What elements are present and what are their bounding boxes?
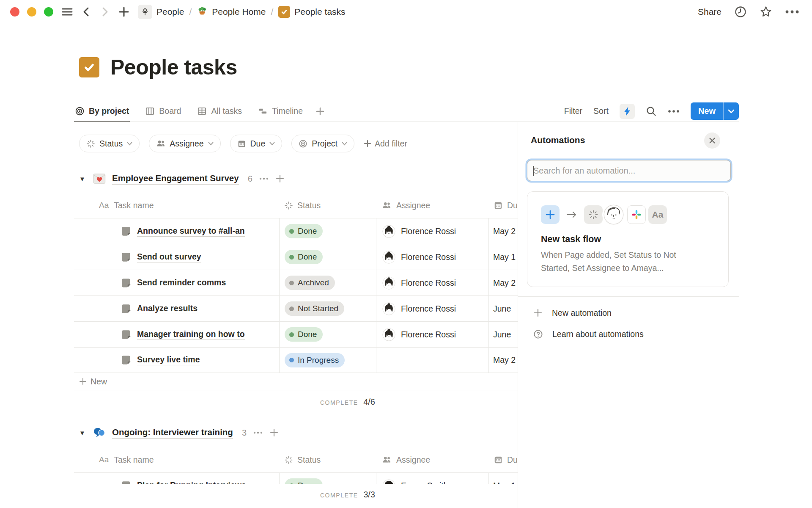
- column-header-task-name[interactable]: Aa Task name: [74, 447, 279, 472]
- automations-bolt-icon[interactable]: [620, 104, 635, 119]
- group-count: 6: [248, 174, 252, 184]
- assignee-cell[interactable]: Florence Rossi: [376, 296, 488, 321]
- arrow-right-icon: [566, 211, 577, 218]
- forward-icon[interactable]: [100, 6, 110, 17]
- status-badge[interactable]: Not Started: [285, 301, 344, 316]
- status-cell: Done: [279, 244, 376, 270]
- plus-icon: [533, 308, 543, 318]
- add-view-icon[interactable]: [315, 107, 325, 116]
- filter-chip-due[interactable]: Due: [230, 135, 283, 152]
- assignee-cell[interactable]: Florence Rossi: [376, 270, 488, 295]
- window-close-button[interactable]: [10, 7, 19, 17]
- collapse-triangle-icon[interactable]: ▼: [79, 175, 87, 182]
- assignee-cell[interactable]: Florence Rossi: [376, 244, 488, 270]
- new-automation-button[interactable]: New automation: [533, 304, 612, 322]
- new-page-icon[interactable]: [118, 6, 129, 17]
- new-dropdown-chevron-icon[interactable]: [723, 102, 739, 120]
- column-header-status[interactable]: Status: [279, 193, 376, 218]
- people-icon: [382, 455, 391, 464]
- person-avatar: [604, 204, 624, 225]
- calendar-icon: [494, 201, 503, 210]
- window-zoom-button[interactable]: [44, 7, 53, 17]
- chevron-down-icon: [269, 142, 275, 146]
- love-letter-icon: [93, 173, 106, 184]
- new-button[interactable]: New: [691, 102, 723, 120]
- learn-about-automations-button[interactable]: Learn about automations: [533, 325, 644, 343]
- status-dot-icon: [289, 332, 294, 337]
- tab-timeline[interactable]: Timeline: [257, 101, 304, 121]
- status-cell: Done: [279, 218, 376, 244]
- filter-chip-assignee[interactable]: Assignee: [149, 135, 220, 152]
- tab-board[interactable]: Board: [144, 101, 182, 121]
- column-header-assignee[interactable]: Assignee: [376, 193, 488, 218]
- task-title-link[interactable]: Send reminder comms: [137, 278, 226, 288]
- status-badge[interactable]: Done: [285, 250, 323, 264]
- avatar: [382, 302, 395, 315]
- column-header-task-name[interactable]: Aa Task name: [74, 193, 279, 218]
- group-add-icon[interactable]: [269, 428, 279, 437]
- automation-search-field[interactable]: [527, 160, 731, 181]
- assignee-cell[interactable]: Florence Rossi: [376, 322, 488, 347]
- filter-chip-status[interactable]: Status: [79, 135, 140, 152]
- group-summary: COMPLETE 3/3: [74, 490, 375, 500]
- assignee-cell-empty[interactable]: [376, 348, 488, 373]
- window-minimize-button[interactable]: [27, 7, 36, 17]
- search-icon[interactable]: [646, 106, 657, 117]
- breadcrumb-item-people-tasks[interactable]: People tasks: [278, 6, 345, 18]
- chevron-down-icon: [127, 142, 132, 146]
- assignee-cell[interactable]: Florence Rossi: [376, 218, 488, 244]
- updates-clock-icon[interactable]: [734, 6, 747, 18]
- breadcrumb-separator: /: [271, 7, 273, 17]
- page-title[interactable]: People tasks: [110, 55, 237, 80]
- tab-by-project[interactable]: By project: [74, 101, 130, 122]
- breadcrumb-item-people[interactable]: People: [138, 5, 184, 19]
- group-more-icon[interactable]: [253, 431, 263, 434]
- add-filter-button[interactable]: Add filter: [364, 139, 407, 149]
- group-title[interactable]: Employee Engagement Survey: [112, 173, 239, 185]
- summary-label: COMPLETE: [320, 492, 358, 499]
- text-icon: Aa: [648, 205, 667, 224]
- task-title-link[interactable]: Analyze results: [137, 304, 198, 314]
- task-title-link[interactable]: Announce survey to #all-an: [137, 226, 245, 237]
- task-title-link[interactable]: Survey live time: [137, 355, 200, 365]
- workspace-flower-icon: [138, 5, 152, 19]
- filter-button[interactable]: Filter: [564, 106, 582, 116]
- group-more-icon[interactable]: [259, 177, 269, 180]
- task-title-link[interactable]: Manager training on how to: [137, 329, 245, 340]
- column-label: Assignee: [396, 201, 430, 210]
- filter-chip-project[interactable]: Project: [291, 135, 354, 152]
- learn-about-automations-label: Learn about automations: [552, 329, 644, 339]
- status-cell: Archived: [279, 270, 376, 295]
- status-badge[interactable]: Done: [285, 327, 323, 342]
- status-badge[interactable]: In Progress: [285, 353, 345, 367]
- task-cell: Manager training on how to: [74, 322, 279, 347]
- sort-button[interactable]: Sort: [593, 106, 609, 116]
- collapse-triangle-icon[interactable]: ▼: [79, 429, 87, 436]
- favorite-star-icon[interactable]: [760, 6, 772, 18]
- tab-all-tasks[interactable]: All tasks: [196, 101, 243, 121]
- view-more-icon[interactable]: [668, 110, 680, 113]
- status-dot-icon: [289, 281, 294, 285]
- column-header-assignee[interactable]: Assignee: [376, 447, 488, 472]
- group-add-icon[interactable]: [275, 174, 285, 183]
- status-icon: [584, 205, 603, 224]
- automation-search-input[interactable]: [533, 160, 724, 181]
- avatar: [382, 225, 395, 238]
- task-title-link[interactable]: Send out survey: [137, 252, 201, 262]
- column-header-status[interactable]: Status: [279, 447, 376, 472]
- share-button[interactable]: Share: [698, 7, 721, 17]
- sidebar-toggle-icon[interactable]: [62, 7, 73, 17]
- assignee-name: Florence Rossi: [401, 278, 456, 288]
- group-title[interactable]: Ongoing: Interviewer training: [112, 427, 233, 439]
- breadcrumb-item-people-home[interactable]: People Home: [197, 6, 266, 17]
- more-options-icon[interactable]: [785, 10, 799, 14]
- close-icon[interactable]: [704, 133, 720, 149]
- back-icon[interactable]: [81, 6, 91, 17]
- page-icon-checkbox[interactable]: [79, 57, 99, 77]
- text-caret: [533, 166, 534, 176]
- automation-card-new-task-flow[interactable]: Aa New task flow When Page added, Set St…: [527, 191, 729, 287]
- status-badge[interactable]: Done: [285, 224, 323, 238]
- status-dot-icon: [289, 358, 294, 362]
- page-icon: [121, 329, 131, 340]
- status-badge[interactable]: Archived: [285, 276, 335, 290]
